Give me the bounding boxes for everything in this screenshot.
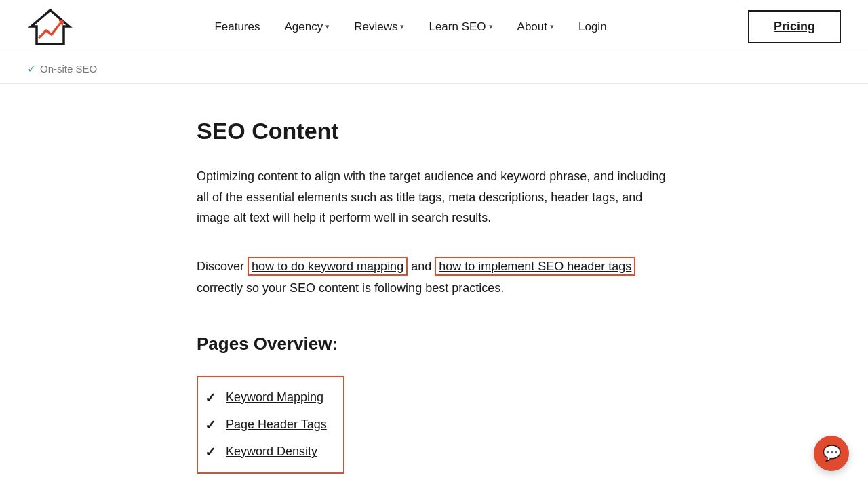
checklist-item-keyword-density: ✓ Keyword Density: [205, 438, 327, 466]
svg-marker-0: [31, 10, 69, 44]
pricing-button[interactable]: Pricing: [748, 10, 841, 43]
page-header-tags-link[interactable]: Page Header Tags: [226, 417, 327, 432]
sub-nav-onsite-seo[interactable]: ✓ On-site SEO: [27, 62, 97, 75]
pages-overview-title: Pages Overview:: [197, 333, 671, 354]
discover-paragraph: Discover how to do keyword mapping and h…: [197, 256, 671, 300]
logo-icon: [27, 7, 73, 47]
logo[interactable]: [27, 7, 73, 47]
discover-suffix: correctly so your SEO content is followi…: [197, 281, 504, 295]
seo-header-tags-link[interactable]: how to implement SEO header tags: [435, 257, 635, 276]
nav-agency[interactable]: Agency ▾: [273, 15, 340, 39]
link-connector: and: [408, 260, 435, 273]
nav-learn-seo[interactable]: Learn SEO ▾: [418, 15, 503, 39]
checkmark-icon-2: ✓: [205, 417, 216, 433]
checklist-box: ✓ Keyword Mapping ✓ Page Header Tags ✓ K…: [197, 376, 344, 474]
chat-icon: 💬: [823, 445, 841, 462]
main-nav: Features Agency ▾ Reviews ▾ Learn SEO ▾ …: [73, 15, 748, 39]
section-body: Optimizing content to align with the tar…: [197, 166, 671, 228]
nav-reviews[interactable]: Reviews ▾: [343, 15, 415, 39]
keyword-mapping-list-link[interactable]: Keyword Mapping: [226, 390, 323, 405]
keyword-density-link[interactable]: Keyword Density: [226, 445, 317, 459]
checklist-item-keyword-mapping: ✓ Keyword Mapping: [205, 384, 327, 411]
chat-bubble-button[interactable]: 💬: [814, 436, 849, 471]
sub-nav-label: On-site SEO: [40, 63, 97, 75]
checklist-item-page-header-tags: ✓ Page Header Tags: [205, 411, 327, 438]
site-header: Features Agency ▾ Reviews ▾ Learn SEO ▾ …: [0, 0, 868, 54]
check-icon: ✓: [27, 62, 36, 75]
discover-prefix: Discover: [197, 260, 248, 273]
keyword-mapping-link[interactable]: how to do keyword mapping: [248, 257, 408, 276]
section-title: SEO Content: [197, 118, 671, 144]
checkmark-icon-3: ✓: [205, 444, 216, 460]
about-chevron-icon: ▾: [550, 22, 554, 31]
nav-features[interactable]: Features: [203, 15, 271, 39]
learn-seo-chevron-icon: ▾: [489, 22, 493, 31]
reviews-chevron-icon: ▾: [400, 22, 404, 31]
sub-nav-bar: ✓ On-site SEO: [0, 54, 868, 84]
nav-login[interactable]: Login: [568, 15, 618, 39]
checkmark-icon-1: ✓: [205, 390, 216, 406]
nav-about[interactable]: About ▾: [507, 15, 565, 39]
agency-chevron-icon: ▾: [326, 22, 330, 31]
main-content: SEO Content Optimizing content to align …: [170, 84, 698, 490]
